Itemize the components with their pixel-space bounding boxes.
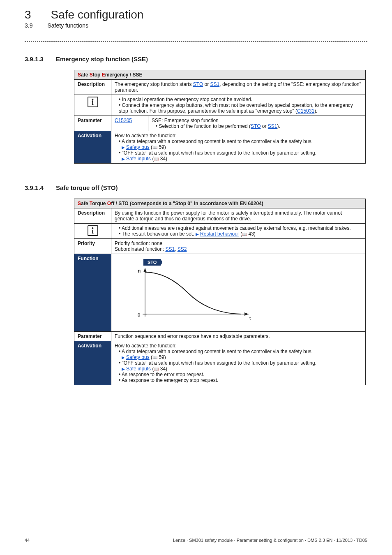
section-title: Safety functions xyxy=(47,22,88,29)
sto-title-row: Safe Torque Off / STO (corresponds to a … xyxy=(74,199,366,208)
sse-title-cell: Safe Stop Emergency / SSE xyxy=(74,70,366,80)
sse-parameter-row: Parameter C15205 SSE: Emergency stop fun… xyxy=(74,116,366,131)
sto-title-cell: Safe Torque Off / STO (corresponds to a … xyxy=(74,199,366,208)
svg-marker-1 xyxy=(143,268,147,272)
link-restart-behaviour[interactable]: Restart behaviour xyxy=(200,231,239,237)
triangle-icon: ▶ xyxy=(122,145,125,150)
sto-parameter-text: Function sequence and error response hav… xyxy=(111,332,366,341)
link-sto-2[interactable]: STO xyxy=(251,123,261,129)
footer-info: Lenze · SM301 safety module · Parameter … xyxy=(173,538,367,543)
link-ss2[interactable]: SS2 xyxy=(178,246,187,252)
link-safety-bus-2[interactable]: Safety bus xyxy=(126,354,150,360)
divider-dashes xyxy=(25,41,367,42)
subsection-title: Safe torque off (STO) xyxy=(56,184,118,191)
sse-parameter-link-cell: C15205 xyxy=(111,116,148,131)
triangle-icon: ▶ xyxy=(122,355,125,360)
sse-info-bullet-2: Connect the emergency stop buttons, whic… xyxy=(119,102,362,114)
link-safety-bus[interactable]: Safety bus xyxy=(126,144,150,150)
link-safe-inputs[interactable]: Safe inputs xyxy=(126,156,151,162)
sse-act-bullet-2: "OFF state" at a safe input which has be… xyxy=(119,150,362,162)
subsection-sse: 3.9.1.3 Emergency stop function (SSE) xyxy=(25,56,367,62)
sse-activation-text: How to activate the function: A data tel… xyxy=(111,131,366,164)
sto-priority-text: Priority function: none Subordinated fun… xyxy=(111,239,366,254)
axis-n-label: n xyxy=(138,268,141,274)
page-number: 44 xyxy=(25,538,30,543)
triangle-icon: ▶ xyxy=(196,232,199,236)
sto-info-bullet-2: The restart behaviour can be set. ▶ Rest… xyxy=(119,231,362,237)
chapter-header: 3 Safe configuration xyxy=(25,8,367,21)
sto-graph: STO n 0 t xyxy=(115,256,263,330)
sse-description-label: Description xyxy=(74,80,111,95)
chapter-number: 3 xyxy=(25,8,31,21)
section-number: 3.9 xyxy=(25,22,32,29)
subsection-number: 3.9.1.3 xyxy=(25,56,44,62)
link-c15205[interactable]: C15205 xyxy=(115,118,132,123)
sto-priority-row: Priority Priority function: none Subordi… xyxy=(74,239,366,254)
link-ss1[interactable]: SS1 xyxy=(210,81,220,87)
link-c15031[interactable]: C15031 xyxy=(297,108,314,114)
triangle-icon: ▶ xyxy=(122,157,125,161)
sto-description-text: By using this function the power supply … xyxy=(111,208,366,224)
sto-description-row: Description By using this function the p… xyxy=(74,208,366,224)
sse-info-bullet-1: In special operation the emergency stop … xyxy=(119,97,362,102)
sto-graph-label: STO xyxy=(143,259,162,266)
triangle-icon: ▶ xyxy=(122,367,125,371)
book-icon xyxy=(242,231,247,237)
sto-description-label: Description xyxy=(74,208,111,224)
axis-zero-label: 0 xyxy=(138,312,140,317)
sto-act-bullet-2: "OFF state" at a safe input which has be… xyxy=(119,360,362,372)
book-icon xyxy=(154,156,159,162)
sse-description-row: Description The emergency stop function … xyxy=(74,80,366,95)
chapter-title: Safe configuration xyxy=(51,8,144,21)
link-safe-inputs-2[interactable]: Safe inputs xyxy=(126,366,151,372)
book-icon xyxy=(152,144,157,150)
sse-description-text: The emergency stop function starts STO o… xyxy=(111,80,366,95)
sto-parameter-label: Parameter xyxy=(74,332,111,341)
sto-activation-label: Activation xyxy=(74,341,111,385)
sse-info-text: In special operation the emergency stop … xyxy=(111,95,366,116)
sto-activation-row: Activation How to activate the function:… xyxy=(74,341,366,385)
sto-parameter-row: Parameter Function sequence and error re… xyxy=(74,332,366,341)
sto-function-label: Function xyxy=(74,254,111,332)
sse-title-row: Safe Stop Emergency / SSE xyxy=(74,70,366,80)
sto-function-graph-cell: STO n 0 t xyxy=(111,254,366,332)
section-header: 3.9 Safety functions xyxy=(25,22,367,29)
sto-function-row: Function STO n 0 t xyxy=(74,254,366,332)
sse-activation-label: Activation xyxy=(74,131,111,164)
sse-activation-row: Activation How to activate the function:… xyxy=(74,131,366,164)
svg-marker-3 xyxy=(244,312,249,316)
sto-curve-svg xyxy=(143,268,254,321)
sto-priority-label: Priority xyxy=(74,239,111,254)
sto-info-row: i Additional measures are required again… xyxy=(74,224,366,239)
sto-act-bullet-1: A data telegram with a corresponding con… xyxy=(119,349,362,360)
sto-info-text: Additional measures are required against… xyxy=(111,224,366,239)
sto-info-bullet-1: Additional measures are required against… xyxy=(119,225,362,231)
subsection-number: 3.9.1.4 xyxy=(25,184,44,191)
sse-parameter-desc: SSE: Emergency stop function Selection o… xyxy=(148,116,366,131)
info-icon: i xyxy=(88,225,98,236)
sto-table: Safe Torque Off / STO (corresponds to a … xyxy=(74,199,366,385)
sto-act-bullet-3: As response to the error stop request. xyxy=(119,372,362,377)
sse-parameter-label: Parameter xyxy=(74,116,111,131)
sto-info-icon-cell: i xyxy=(74,224,111,239)
sse-parameter-bullet: Selection of the function to be performe… xyxy=(156,123,362,129)
sse-info-icon-cell: i xyxy=(74,95,111,116)
sto-activation-text: How to activate the function: A data tel… xyxy=(111,341,366,385)
subsection-title: Emergency stop function (SSE) xyxy=(56,56,148,62)
page-footer: 44 Lenze · SM301 safety module · Paramet… xyxy=(25,538,367,543)
sse-table: Safe Stop Emergency / SSE Description Th… xyxy=(74,70,366,164)
sto-act-bullet-4: As response to the emergency stop reques… xyxy=(119,377,362,383)
subsection-sto: 3.9.1.4 Safe torque off (STO) xyxy=(25,184,367,191)
book-icon xyxy=(152,354,157,360)
info-icon: i xyxy=(88,97,98,107)
link-sto[interactable]: STO xyxy=(193,81,203,87)
link-ss1-2[interactable]: SS1 xyxy=(268,123,277,129)
link-ss1-3[interactable]: SS1 xyxy=(165,246,175,252)
book-icon xyxy=(154,366,159,372)
sse-info-row: i In special operation the emergency sto… xyxy=(74,95,366,116)
sse-act-bullet-1: A data telegram with a corresponding con… xyxy=(119,139,362,150)
